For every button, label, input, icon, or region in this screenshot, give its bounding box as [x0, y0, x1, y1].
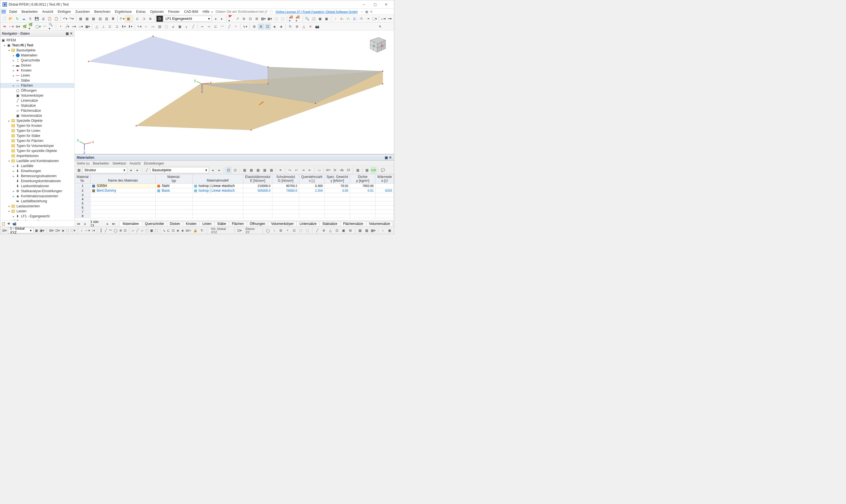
- camera-icon[interactable]: 📷: [314, 23, 320, 30]
- tree-staebe[interactable]: Stäbe: [21, 78, 30, 83]
- tree-oeffnungen[interactable]: Öffnungen: [21, 89, 37, 92]
- tool-c-icon[interactable]: ⊞: [254, 16, 260, 22]
- row-nr[interactable]: 6: [75, 205, 91, 210]
- t2-icon[interactable]: ╱: [190, 23, 196, 30]
- tree-einwirkungen[interactable]: Einwirkungen: [21, 169, 41, 173]
- cell-g[interactable]: [272, 193, 299, 197]
- sb21-icon[interactable]: ▣: [150, 228, 154, 234]
- next-icon[interactable]: ▸: [105, 221, 110, 227]
- sb10-icon[interactable]: ↕▾: [91, 228, 95, 234]
- tree-liniensaetze[interactable]: Liniensätze: [21, 98, 38, 103]
- panel-close-icon[interactable]: ✕: [389, 156, 392, 160]
- cell-d[interactable]: [350, 210, 376, 214]
- cell-e[interactable]: [243, 214, 272, 218]
- bp-prev[interactable]: ◂: [128, 167, 134, 173]
- cell-w[interactable]: [325, 214, 350, 218]
- dim-icon[interactable]: ↔: [143, 23, 149, 30]
- circle-icon[interactable]: ◯▾: [35, 23, 41, 30]
- tree-dicken[interactable]: Dicken: [21, 64, 31, 67]
- bp-col-icon[interactable]: ▦: [355, 167, 361, 173]
- tab-data-icon[interactable]: 📋: [1, 222, 5, 226]
- cube2-icon[interactable]: ▣: [177, 23, 183, 30]
- cell-d[interactable]: 7850.00: [350, 183, 376, 188]
- tool-b-icon[interactable]: ⊡: [247, 16, 253, 22]
- tree-stabsaetze[interactable]: Stabsätze: [21, 104, 36, 108]
- sb2-icon[interactable]: ▣▾: [39, 228, 45, 234]
- struct-combo[interactable]: Struktur▾: [83, 167, 127, 173]
- rect-sel-icon[interactable]: ▭: [150, 23, 156, 30]
- render2-icon[interactable]: ━▾: [387, 16, 393, 22]
- x-axis-icon[interactable]: X↓: [339, 16, 345, 22]
- sb18-icon[interactable]: ╱: [136, 228, 140, 234]
- bp-fxi-icon[interactable]: fx̂: [345, 167, 352, 173]
- sr8-icon[interactable]: •: [285, 228, 290, 234]
- sr5-icon[interactable]: ◯: [265, 228, 270, 234]
- prev-icon[interactable]: ◂: [82, 221, 87, 227]
- bp-select[interactable]: Selektion: [112, 161, 126, 165]
- tool-dd-icon[interactable]: ⊕: [294, 23, 300, 30]
- cell-v[interactable]: [299, 197, 325, 201]
- menu-extras[interactable]: Extras: [134, 9, 148, 14]
- cell-g[interactable]: [272, 201, 299, 205]
- sb6-icon[interactable]: ⬚: [66, 228, 69, 234]
- mdi-restore[interactable]: ▣: [365, 10, 368, 14]
- tree-kombassistent[interactable]: Kombinationsassistenten: [21, 194, 58, 198]
- cell-e[interactable]: [243, 205, 272, 210]
- beam4-icon[interactable]: 〰: [219, 23, 226, 30]
- save-icon[interactable]: 💾: [34, 16, 40, 22]
- tree-lastassistenten[interactable]: Lastassistenten: [17, 204, 40, 208]
- cell-a[interactable]: [376, 197, 394, 201]
- y-axis-icon[interactable]: Y↓: [346, 16, 352, 22]
- bp-help-icon[interactable]: 💬: [380, 167, 386, 173]
- cell-w[interactable]: [325, 197, 350, 201]
- maximize-button[interactable]: ▢: [370, 1, 380, 8]
- tree-lastfaelle-komb[interactable]: Lastfälle und Kombinationen: [17, 159, 59, 163]
- cell-name[interactable]: Bent Dummy: [91, 188, 156, 193]
- expand-icon[interactable]: ▸: [12, 59, 15, 62]
- sr3-icon[interactable]: ↻: [199, 228, 205, 234]
- cell-v[interactable]: 0.300: [299, 183, 325, 188]
- tree-einwirkungskomb[interactable]: Einwirkungskombinationen: [21, 179, 61, 183]
- flag2-icon[interactable]: 🚩▾: [228, 16, 234, 22]
- app-menu-icon[interactable]: [1, 10, 6, 14]
- view2-icon[interactable]: ▣: [324, 16, 329, 22]
- snap2-icon[interactable]: ⊕: [258, 23, 264, 30]
- first-icon[interactable]: ⏮: [76, 221, 81, 227]
- snap1-icon[interactable]: ⊞: [251, 23, 257, 30]
- tool-sync-icon[interactable]: ↻: [287, 23, 293, 30]
- cell-d[interactable]: [350, 214, 376, 218]
- t1-icon[interactable]: ┬: [183, 23, 190, 30]
- cell-v[interactable]: [299, 210, 325, 214]
- sb12-icon[interactable]: ╱: [104, 228, 108, 234]
- table-tab[interactable]: Öffnungen: [247, 221, 269, 226]
- cloud-icon[interactable]: ☁: [21, 16, 27, 22]
- tree-volumenkoerper[interactable]: Volumenkörper: [21, 94, 43, 97]
- expand-icon[interactable]: ▾: [7, 160, 11, 163]
- cell-d[interactable]: [350, 201, 376, 205]
- bp-view[interactable]: Ansicht: [130, 161, 141, 165]
- tree-root[interactable]: RFEM: [6, 38, 16, 42]
- row-nr[interactable]: 4: [75, 197, 91, 201]
- sb22-icon[interactable]: ⬚: [155, 228, 158, 234]
- table-tab[interactable]: Volumensätze: [366, 221, 393, 226]
- cell-w[interactable]: 78.50: [325, 183, 350, 188]
- table-tab[interactable]: Materialien: [120, 221, 142, 226]
- menu-hilfe[interactable]: Hilfe: [200, 9, 212, 14]
- cell-name[interactable]: S355H: [91, 183, 156, 188]
- calc-icon[interactable]: 🖩: [110, 16, 116, 22]
- bp-next2[interactable]: ▸: [216, 167, 222, 173]
- sb24-icon[interactable]: ⊏: [167, 228, 170, 234]
- menu-zuordnen[interactable]: Zuordnen: [73, 9, 92, 14]
- align-r-icon[interactable]: ⊐: [141, 16, 147, 22]
- sb4-icon[interactable]: ⊡▾: [55, 228, 60, 234]
- bp-num-icon[interactable]: 0,00: [371, 167, 377, 173]
- sr1-icon[interactable]: ab=: [185, 228, 192, 234]
- sup2-icon[interactable]: ⊥: [100, 23, 106, 30]
- copy-icon[interactable]: ⎘: [28, 16, 33, 22]
- expand-icon[interactable]: ▾: [7, 210, 11, 213]
- bp-in-icon[interactable]: ⇥: [300, 167, 306, 173]
- basis-combo[interactable]: Basisobjekte▾: [150, 167, 209, 173]
- dock-icon[interactable]: ▣: [66, 32, 69, 35]
- sr21-icon[interactable]: ↕: [380, 228, 386, 234]
- table2-icon[interactable]: ▥: [104, 16, 109, 22]
